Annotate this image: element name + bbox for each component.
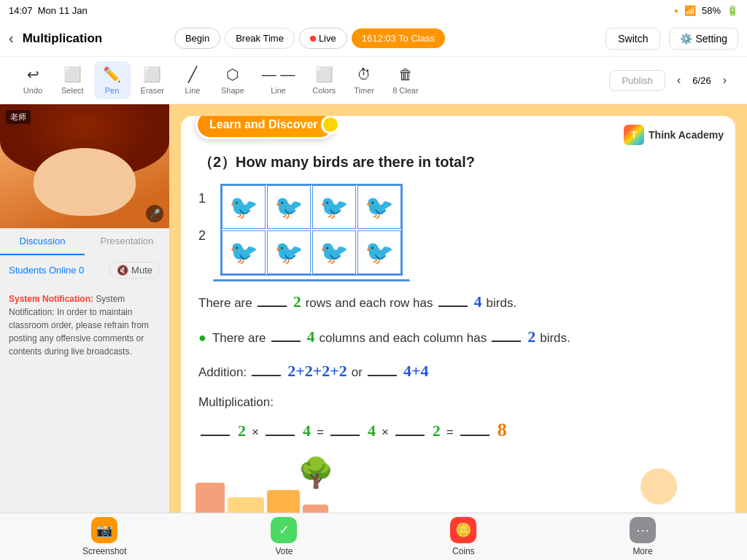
class-timer-button[interactable]: 1612:03 To Class [352,28,445,48]
video-area: 老师 🎤 [0,104,169,228]
learn-badge: Learn and Discover [196,116,335,139]
coins-item[interactable]: 🪙 Coins [441,517,485,556]
top-nav: ‹ Multiplication Begin Break Time Live 1… [0,20,747,57]
answer-row-multiplication: Multiplication: [198,392,718,414]
multiplication-row: 2 × 4 = 4 × 2 = 8 [198,419,718,441]
sidebar-tabs: Discussion Presentation [0,228,169,256]
whiteboard: Learn and Discover T Think Academy （2）Ho… [181,116,735,548]
blank-cols [271,341,301,342]
blank-addition-2 [368,375,397,376]
status-dot: ● [674,7,678,15]
pen-icon: ✏️ [103,66,121,83]
bird-cell: 🐦 [312,185,356,229]
eraser-tool[interactable]: ⬜ Eraser [133,61,171,99]
answer-row-1: There are 2 rows and each row has 4 bird… [198,287,718,316]
tree-decoration: 🌳 [298,456,334,490]
students-row: Students Online 0 🔇 Mute [0,256,169,285]
clear-tool[interactable]: 🗑 8 Clear [385,62,425,99]
answer-cols: 4 [306,322,317,351]
undo-icon: ↩ [27,66,39,83]
line-tool[interactable]: ╱ Line [174,61,211,99]
sidebar: 老师 🎤 Discussion Presentation Students On… [0,104,169,560]
answer-lines: There are 2 rows and each row has 4 bird… [198,287,718,441]
break-time-button[interactable]: Break Time [225,28,295,49]
status-bar: 14:07 Mon 11 Jan ● 📶 58% 🔋 [0,0,747,20]
mult-val-2: 4 [301,421,312,440]
discussion-tab[interactable]: Discussion [0,228,85,255]
prev-page-button[interactable]: ‹ [671,71,686,90]
undo-tool[interactable]: ↩ Undo [15,61,51,99]
next-page-button[interactable]: › [717,71,732,90]
eraser-icon: ⬜ [143,66,161,83]
bird-cell: 🐦 [222,230,266,274]
teacher-name-badge: 老师 [6,110,31,124]
mult-val-3: 4 [366,421,377,440]
mult-val-1: 2 [236,421,247,440]
grid-underline [213,279,410,281]
answer-col-count: 2 [526,322,537,351]
nav-pills: Begin Break Time Live 1612:03 To Class [174,28,445,49]
mute-button[interactable]: 🔇 Mute [109,262,160,279]
blank-addition [252,375,281,376]
blank-rows [258,306,287,307]
more-item[interactable]: ⋯ More [621,517,665,556]
colors-tool[interactable]: ⬜ Colors [305,61,343,99]
screenshot-icon: 📸 [91,517,117,543]
answer-row-addition: Addition: 2+2+2+2 or 4+4 [198,357,718,386]
students-online-label: Students Online 0 [9,265,84,276]
live-dot [310,36,316,42]
coins-icon: 🪙 [450,517,476,543]
select-icon: ⬜ [63,66,82,83]
circle-decoration [640,468,677,505]
birds-grid: 🐦 🐦 🐦 🐦 🐦 🐦 🐦 🐦 [220,184,403,276]
select-tool[interactable]: ⬜ Select [54,61,91,99]
live-button[interactable]: Live [299,28,347,49]
gear-icon: ⚙️ [680,33,692,44]
screenshot-item[interactable]: 📸 Screenshot [82,517,127,556]
wifi-icon: 📶 [684,5,696,16]
begin-button[interactable]: Begin [174,28,220,49]
clear-icon: 🗑 [398,66,413,83]
colors-icon: ⬜ [315,66,333,83]
answer-row-count: 4 [473,287,484,316]
bird-cell: 🐦 [357,230,401,274]
think-academy-logo: T Think Academy [624,125,724,145]
page-title: Multiplication [23,31,166,46]
answer-addition-2: 4+4 [402,357,430,386]
switch-button[interactable]: Switch [605,28,660,50]
vote-icon: ✓ [271,517,297,543]
more-icon: ⋯ [630,517,656,543]
pen-tool[interactable]: ✏️ Pen [94,61,131,99]
birds-grid-area: 1 2 🐦 🐦 🐦 🐦 🐦 🐦 🐦 🐦 [198,184,718,276]
content-area: Learn and Discover T Think Academy （2）Ho… [169,104,747,560]
timer-icon: ⏱ [357,66,371,83]
row-labels: 1 2 [198,184,206,276]
publish-button[interactable]: Publish [609,70,665,91]
bird-cell: 🐦 [267,185,311,229]
vote-item[interactable]: ✓ Vote [262,517,306,556]
setting-button[interactable]: ⚙️ Setting [669,28,738,50]
logo-icon: T [624,125,644,145]
page-nav: ‹ 6/26 › [671,71,732,90]
question-text: （2）How many birds are there in total? [198,152,718,172]
bird-cell: 🐦 [357,185,401,229]
mult-val-5: 8 [496,419,508,441]
timer-tool[interactable]: ⏱ Timer [346,62,382,99]
teacher-face-skin [34,148,135,217]
back-button[interactable]: ‹ [9,30,14,47]
dash-line-tool[interactable]: — — Line [255,62,303,99]
bottom-toolbar: 📸 Screenshot ✓ Vote 🪙 Coins ⋯ More [0,513,747,560]
blank-col-count [492,341,521,342]
answer-addition: 2+2+2+2 [286,357,349,386]
shape-tool[interactable]: ⬡ Shape [214,61,252,99]
main-layout: 老师 🎤 Discussion Presentation Students On… [0,104,747,560]
battery-icon: 🔋 [727,5,738,16]
shape-icon: ⬡ [226,66,239,83]
answer-rows: 2 [292,287,303,316]
mute-icon: 🔇 [117,265,128,276]
toolbar: ↩ Undo ⬜ Select ✏️ Pen ⬜ Eraser ╱ Line ⬡… [0,57,747,104]
presentation-tab[interactable]: Presentation [85,228,169,255]
green-dot: ● [198,326,206,349]
answer-row-2: ● There are 4 columns and each column ha… [198,322,718,351]
bird-cell: 🐦 [222,185,266,229]
